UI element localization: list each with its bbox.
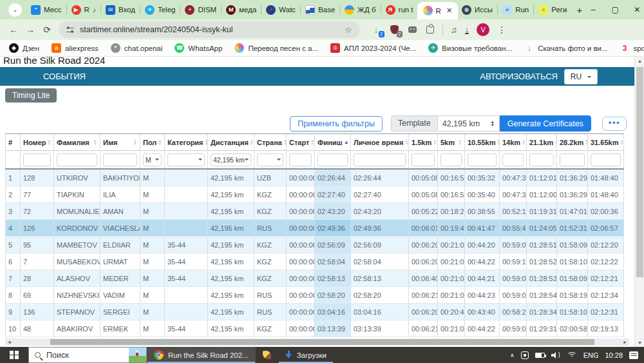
filter-input-28.2km[interactable] xyxy=(560,153,585,166)
taskbar-chrome-item[interactable]: Run the Silk Road 202... xyxy=(147,347,256,363)
tab-rutube[interactable]: ▶R♪ xyxy=(68,0,100,19)
nav-events-link[interactable]: СОБЫТИЯ xyxy=(43,72,86,81)
column-header-10.55km[interactable]: 10.55km▲▼ xyxy=(465,134,500,150)
taskbar-downloads-item[interactable]: Загрузки xyxy=(278,347,334,363)
scroll-up-icon[interactable]: ▲ xyxy=(635,59,644,63)
tab-startimer[interactable]: R✕ xyxy=(417,2,459,19)
language-indicator[interactable]: ENG xyxy=(583,351,599,359)
generate-certificates-button[interactable]: Generate Certificates xyxy=(500,115,591,132)
column-header-1.5km[interactable]: 1.5km▲▼ xyxy=(409,134,438,150)
column-header-Категория[interactable]: Категория▲▼ xyxy=(165,134,208,150)
filter-input-Имя[interactable] xyxy=(103,153,137,166)
column-header-Пол[interactable]: Пол▲▼ xyxy=(140,134,165,150)
horizontal-scrollbar[interactable]: ◄ ► xyxy=(5,338,629,346)
tab-chart-site[interactable]: ▄▆Base xyxy=(301,0,339,19)
green-arrow-extension-icon[interactable]: ↓2 xyxy=(369,23,383,37)
column-header-Финиш[interactable]: Финиш▲ xyxy=(315,134,351,150)
scroll-down-icon[interactable]: ▼ xyxy=(635,340,644,345)
filter-input-1.5km[interactable] xyxy=(412,153,435,166)
column-header-Старт[interactable]: Старт▲▼ xyxy=(287,134,315,150)
bookmark-visa-info[interactable]: ✈Визовые требован... xyxy=(428,43,512,53)
reload-icon[interactable]: ⟳ xyxy=(39,25,55,35)
timing-lite-button[interactable]: Timing Lite xyxy=(5,88,57,103)
filter-select-Страна[interactable] xyxy=(257,153,283,166)
bookmark-translate[interactable]: Перевод песен с а... xyxy=(234,43,318,53)
filter-input-10.55km[interactable] xyxy=(468,153,497,166)
bookmark-openai[interactable]: *chat.openai xyxy=(111,43,162,53)
filter-select-Категория[interactable] xyxy=(167,153,205,166)
shield-extension-icon[interactable]: 2 xyxy=(387,23,401,37)
wifi-icon[interactable] xyxy=(567,352,577,358)
table-row[interactable]: 372MOMUNALIEVAMANM42,195 kmKGZ00:00:0002… xyxy=(5,203,624,220)
notification-center-icon[interactable] xyxy=(629,351,638,359)
table-row[interactable]: 9136STEPANOVSERGEIM42,195 kmRUS00:00:000… xyxy=(5,304,624,320)
filter-input-Финиш[interactable] xyxy=(317,153,348,166)
bookmark-downloader[interactable]: ↓Скачать фото и ви... xyxy=(524,43,607,53)
tab-run-site[interactable]: »Run xyxy=(498,0,533,19)
tab-dism-crest[interactable]: +DISM xyxy=(181,0,220,19)
column-header-28.2km[interactable]: 28.2km▲▼ xyxy=(557,134,588,150)
address-bar[interactable]: startimer.online/stream/20240504-issyk-k… xyxy=(59,21,360,38)
filter-input-Номер[interactable] xyxy=(23,153,51,166)
bookmark-apl-league[interactable]: ♔АПЛ 2023-2024 (Че... xyxy=(330,43,416,53)
tab-uk-flag[interactable]: +Watc xyxy=(262,0,299,19)
close-button[interactable]: ✕ xyxy=(626,0,644,19)
clock[interactable]: 10:28 xyxy=(605,351,623,359)
filter-input-31.65km[interactable] xyxy=(591,153,621,166)
tab-media-site[interactable]: Ммеда xyxy=(222,0,260,19)
column-header-Номер[interactable]: Номер▲▼ xyxy=(21,134,54,150)
column-header-31.65km[interactable]: 31.65km▲▼ xyxy=(588,134,624,150)
scroll-right-icon[interactable]: ► xyxy=(623,338,627,346)
more-options-button[interactable]: ••• xyxy=(602,117,627,131)
extensions-puzzle-icon[interactable] xyxy=(423,23,437,37)
forward-icon[interactable]: → xyxy=(22,25,39,35)
filter-input-14km[interactable] xyxy=(502,153,524,166)
apply-filters-button[interactable]: Применить фильтры xyxy=(290,116,383,132)
tab-search-chevron-icon[interactable]: ⌄ xyxy=(8,3,22,17)
tab-audio-icon[interactable]: ♪ xyxy=(93,6,96,14)
new-tab-button[interactable]: + xyxy=(576,5,582,15)
table-row[interactable]: 4126KORDONOVVIACHESLAVM42,195 kmRUS00:00… xyxy=(5,220,624,237)
language-select[interactable]: RU xyxy=(564,69,598,84)
taskbar-paint-item[interactable] xyxy=(256,347,278,363)
horizontal-scrollbar-thumb[interactable] xyxy=(50,339,594,345)
filter-select-Пол[interactable]: M xyxy=(143,153,162,166)
vertical-scrollbar-thumb[interactable] xyxy=(636,67,643,277)
taskbar-search[interactable]: Поиск xyxy=(28,347,147,363)
maximize-button[interactable]: ▢ xyxy=(604,0,626,19)
filter-select-Дистанция[interactable]: 42,195 km xyxy=(211,153,251,166)
column-header-14km[interactable]: 14km▲▼ xyxy=(500,134,527,150)
bookmark-aliexpress[interactable]: aaliexpress xyxy=(52,43,99,53)
column-header-Страна[interactable]: Страна▲▼ xyxy=(254,134,287,150)
robot-extension-icon[interactable] xyxy=(405,23,419,37)
table-row[interactable]: 1048ABAKIROVERMEKM35-4442,195 kmKGZ00:00… xyxy=(5,320,624,337)
tab-messenger[interactable]: “Месс xyxy=(27,0,66,19)
bookmark-star-icon[interactable]: ☆ xyxy=(345,25,352,35)
column-header-5km[interactable]: 5km▲▼ xyxy=(438,134,465,150)
tab-telegram[interactable]: ✈Teleg xyxy=(141,0,180,19)
login-link[interactable]: АВТОРИЗОВАТЬСЯ xyxy=(480,72,558,81)
search-highlight-image[interactable] xyxy=(129,348,146,362)
start-button[interactable] xyxy=(0,347,28,363)
table-row[interactable]: 67MUSABEKOVURMATM35-4442,195 kmKGZ00:00:… xyxy=(5,253,624,270)
filter-input-5km[interactable] xyxy=(440,153,462,166)
bookmark-dzen[interactable]: ◆Дзен xyxy=(9,43,39,53)
site-info-icon[interactable] xyxy=(66,26,74,34)
tab-globe-rail[interactable]: ЖД б xyxy=(341,0,379,19)
speaker-icon[interactable]: ) xyxy=(551,351,560,358)
filter-input-Личное время[interactable] xyxy=(354,153,406,166)
tab-close-icon[interactable]: ✕ xyxy=(446,6,452,15)
table-row[interactable]: 1128UTKIROVBAKHTIYORM42,195 kmUZB00:00:0… xyxy=(5,170,624,186)
filter-input-Фамилия[interactable] xyxy=(57,153,97,166)
bookmark-whatsapp[interactable]: ☎WhatsApp xyxy=(175,43,222,53)
tab-mail-inbox[interactable]: ✉Вход xyxy=(102,0,139,19)
vertical-scrollbar[interactable]: ▲ ▼ xyxy=(634,57,644,347)
column-header-#[interactable]: # xyxy=(5,134,21,150)
profile-avatar[interactable]: V xyxy=(477,23,489,36)
media-control-icon[interactable]: ♫ xyxy=(451,25,457,35)
bookmark-sport3[interactable]: 3sport3.tv - спортив... xyxy=(620,43,644,53)
tab-globe[interactable]: ⊕Иссы xyxy=(458,0,497,19)
filter-input-Старт[interactable] xyxy=(289,153,312,166)
table-row[interactable]: 728ALASHOVMEDERM35-4442,195 kmKGZ00:00:0… xyxy=(5,270,624,287)
tab-sheets[interactable]: ≡Реги xyxy=(535,0,571,19)
